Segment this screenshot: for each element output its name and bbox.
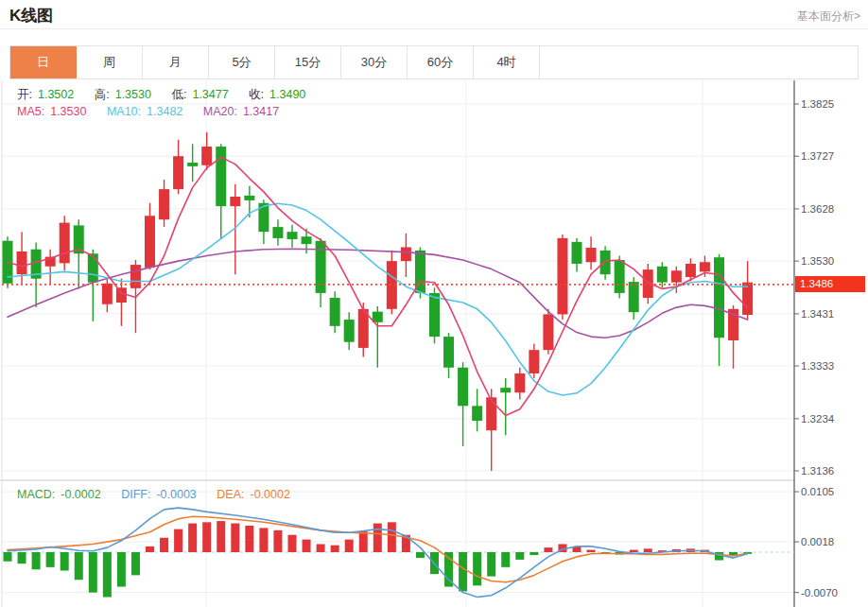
current-price-badge: 1.3486 [795,276,865,292]
kline-macd-chart[interactable]: 1.38251.37271.36281.35301.34311.33331.32… [0,80,868,607]
close-label: 收: [249,88,264,101]
axis-label: 1.3727 [801,150,834,162]
kline-module: K线图 基本面分析> 日 周 月 5分 15分 30分 60分 4时 开:1.3… [0,0,868,607]
axis-label: 1.3333 [801,360,834,372]
diff-label: DIFF: [121,488,150,501]
dea-label: DEA: [217,488,244,501]
ma5-value: 1.3530 [50,105,86,118]
macd-readout: MACD:-0.0002 DIFF:-0.0003 DEA:-0.0002 [17,488,296,501]
tab-5min[interactable]: 5分 [209,46,275,78]
tab-30min[interactable]: 30分 [341,46,408,78]
low-value: 1.3477 [192,88,228,101]
ma10-value: 1.3482 [147,105,182,118]
open-value: 1.3502 [38,88,74,101]
fundamental-analysis-link[interactable]: 基本面分析> [797,9,860,25]
title-divider [0,28,868,29]
high-value: 1.3530 [115,88,151,101]
ma20-value: 1.3417 [243,105,279,118]
chart-canvas[interactable]: 1.38251.37271.36281.35301.34311.33331.32… [0,80,868,607]
high-label: 高: [95,88,110,101]
tab-15min[interactable]: 15分 [275,46,341,78]
close-value: 1.3490 [269,88,305,101]
tab-week[interactable]: 周 [77,46,143,78]
tab-60min[interactable]: 60分 [408,46,474,78]
axis-label: 0.0105 [801,486,834,497]
macd-value: -0.0002 [61,488,100,501]
low-label: 低: [171,88,186,101]
tab-day[interactable]: 日 [10,46,77,78]
axis-label: 0.0018 [801,536,834,547]
axis-label: 1.3530 [801,255,834,267]
axis-label: 1.3431 [801,308,834,320]
ma20-label: MA20: [203,105,237,118]
axis-label: 1.3825 [801,98,834,110]
ohlc-readout: 开:1.3502 高:1.3530 低:1.3477 收:1.3490 [17,87,311,103]
macd-label: MACD: [17,488,55,501]
axis-label: 1.3628 [801,203,834,215]
diff-value: -0.0003 [156,488,196,501]
ma-readout: MA5:1.3530 MA10:1.3482 MA20:1.3417 [17,105,285,118]
page-title: K线图 [9,5,53,26]
dea-value: -0.0002 [251,488,290,501]
ma5-label: MA5: [17,105,44,118]
ma10-label: MA10: [107,105,141,118]
period-tabbar: 日 周 月 5分 15分 30分 60分 4时 [9,45,859,79]
tab-4hour[interactable]: 4时 [474,46,540,78]
axis-label: -0.0070 [801,587,838,598]
axis-label: 1.3234 [801,413,835,425]
axis-label: 1.3136 [801,465,834,477]
open-label: 开: [17,88,32,101]
tab-month[interactable]: 月 [143,46,209,78]
